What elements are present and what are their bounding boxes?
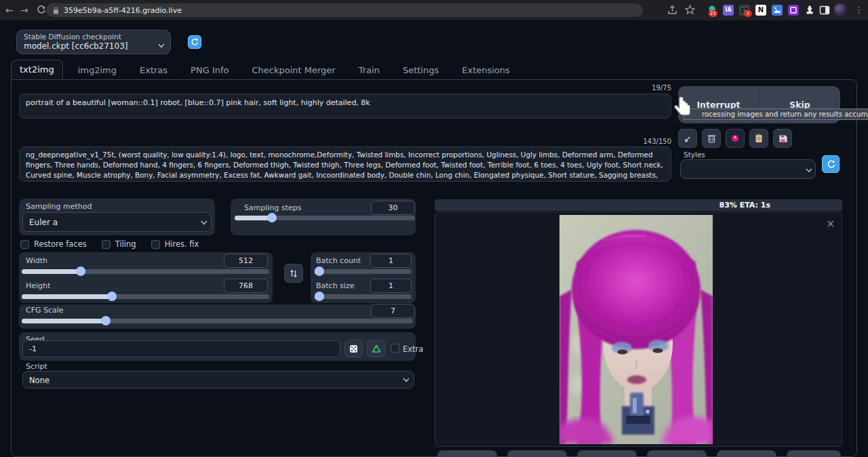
negative-prompt-input[interactable]: ng_deepnegative_v1_75t, (worst quality, … [19, 146, 671, 182]
width-value[interactable]: 512 [224, 254, 268, 268]
tab-png-info[interactable]: PNG Info [182, 61, 237, 79]
tiling-checkbox[interactable] [102, 240, 111, 249]
swap-dimensions-button[interactable] [284, 264, 303, 283]
tab-extensions[interactable]: Extensions [454, 61, 518, 79]
checkpoint-label: Stable Diffusion checkpoint [24, 33, 121, 41]
sampling-method-dropdown[interactable]: Euler a [22, 212, 212, 232]
extensions-puzzle-icon[interactable] [804, 5, 815, 16]
gallery-action-button[interactable] [787, 450, 841, 457]
dimensions-block: Width 512 Height 768 [19, 252, 273, 303]
prompt-input[interactable]: portrait of a beautiful [woman::0.1] rob… [19, 94, 671, 119]
mouse-cursor-hand [673, 96, 694, 120]
extension-ia-icon[interactable]: IA [723, 5, 734, 16]
random-seed-button[interactable] [344, 340, 363, 357]
apply-styles-button[interactable] [749, 129, 768, 148]
sampling-method-label: Sampling method [26, 202, 92, 211]
batch-block: Batch count 1 Batch size 1 [311, 252, 416, 303]
sampling-steps-slider[interactable] [235, 216, 415, 220]
extension-image-icon[interactable] [772, 5, 783, 16]
arrow-down-left-icon: ↙ [684, 134, 692, 144]
restore-faces-checkbox[interactable] [20, 240, 29, 249]
slider-fill [22, 294, 111, 299]
hires-fix-checkbox[interactable] [151, 240, 160, 249]
slider-handle[interactable] [267, 213, 277, 222]
checkpoint-dropdown[interactable]: Stable Diffusion checkpoint model.ckpt [… [16, 30, 171, 54]
back-icon[interactable]: ← [5, 0, 14, 20]
restore-faces-option[interactable]: Restore faces [20, 239, 87, 249]
extra-seed-checkbox[interactable] [391, 344, 399, 353]
seed-input[interactable]: -1 [22, 340, 340, 357]
refresh-icon [827, 160, 835, 169]
bookmark-star-icon[interactable] [685, 5, 695, 15]
browser-toolbar: ← → 359e5b9a-a5ff-4216.gradio.live 21 IA… [0, 0, 868, 20]
width-slider[interactable] [22, 269, 269, 274]
extra-seed-label: Extra [403, 344, 423, 354]
hires-fix-option[interactable]: Hires. fix [151, 239, 199, 249]
clipboard-icon [755, 134, 763, 143]
height-value[interactable]: 768 [224, 279, 268, 293]
address-bar[interactable]: 359e5b9a-a5ff-4216.gradio.live [46, 3, 643, 17]
slider-handle[interactable] [76, 266, 85, 276]
extension-badge: 21 [709, 10, 717, 17]
extension-teal-icon[interactable]: 21 [707, 5, 717, 16]
reload-icon[interactable] [37, 5, 46, 15]
generated-image-preview[interactable] [559, 215, 713, 444]
gallery-action-button[interactable] [647, 450, 707, 457]
negative-prompt-token-counter: 143/150 [627, 138, 671, 145]
slider-handle[interactable] [315, 266, 324, 276]
slider-handle[interactable] [107, 292, 117, 301]
slider-fill [22, 269, 79, 274]
tab-extras[interactable]: Extras [132, 61, 176, 79]
tab-txt2img[interactable]: txt2img [11, 60, 63, 79]
gallery-action-button[interactable] [437, 450, 497, 457]
script-dropdown[interactable]: None [22, 371, 414, 389]
save-style-button[interactable] [773, 129, 792, 148]
reuse-seed-button[interactable] [367, 340, 385, 357]
styles-refresh-button[interactable] [822, 155, 840, 173]
pink-card-icon [730, 134, 740, 143]
recycle-icon [372, 344, 381, 353]
tab-train[interactable]: Train [351, 61, 388, 79]
paste-generation-params-button[interactable]: ↙ [678, 129, 697, 148]
extension-purple-icon[interactable] [788, 5, 799, 16]
styles-block: Styles [678, 151, 816, 179]
chevron-down-icon [403, 378, 410, 382]
chrome-menu-icon[interactable]: ⋮ [854, 0, 863, 20]
slider-handle[interactable] [315, 292, 324, 301]
extension-notion-icon[interactable]: N [755, 5, 766, 16]
tab-settings[interactable]: Settings [395, 61, 447, 79]
batch-count-value[interactable]: 1 [370, 254, 412, 268]
hires-fix-label: Hires. fix [165, 239, 199, 249]
height-slider[interactable] [22, 294, 269, 299]
tab-img2img[interactable]: img2img [70, 61, 125, 79]
extra-networks-button[interactable] [726, 129, 745, 148]
batch-size-value[interactable]: 1 [370, 279, 412, 293]
batch-size-label: Batch size [316, 281, 354, 290]
tab-checkpoint-merger[interactable]: Checkpoint Merger [243, 61, 343, 79]
gallery-action-button[interactable] [507, 450, 567, 457]
close-icon[interactable]: × [826, 219, 835, 228]
checkpoint-refresh-button[interactable] [188, 35, 201, 49]
extension-camera-icon[interactable]: 1 [739, 5, 750, 16]
cfg-scale-slider[interactable] [22, 319, 413, 323]
styles-dropdown[interactable] [680, 159, 816, 179]
swap-arrows-icon [290, 269, 298, 278]
slider-fill [235, 216, 271, 220]
batch-size-slider[interactable] [315, 294, 412, 299]
chevron-down-icon [201, 220, 208, 225]
width-label: Width [26, 256, 47, 265]
forward-icon[interactable]: → [20, 0, 28, 20]
profile-avatar[interactable] [834, 3, 847, 16]
slider-handle[interactable] [101, 316, 111, 325]
cfg-scale-value[interactable]: 7 [371, 304, 415, 318]
tiling-option[interactable]: Tiling [102, 239, 136, 249]
clear-prompt-button[interactable] [702, 129, 721, 148]
gallery-action-button[interactable] [717, 450, 776, 457]
dice-icon [349, 344, 358, 353]
cfg-scale-block: CFG Scale 7 [19, 304, 416, 329]
sidepanel-icon[interactable] [819, 5, 830, 16]
share-icon[interactable] [667, 5, 677, 15]
gallery-action-button[interactable] [577, 450, 637, 457]
batch-count-slider[interactable] [315, 269, 412, 274]
sampling-steps-value[interactable]: 30 [371, 201, 415, 215]
